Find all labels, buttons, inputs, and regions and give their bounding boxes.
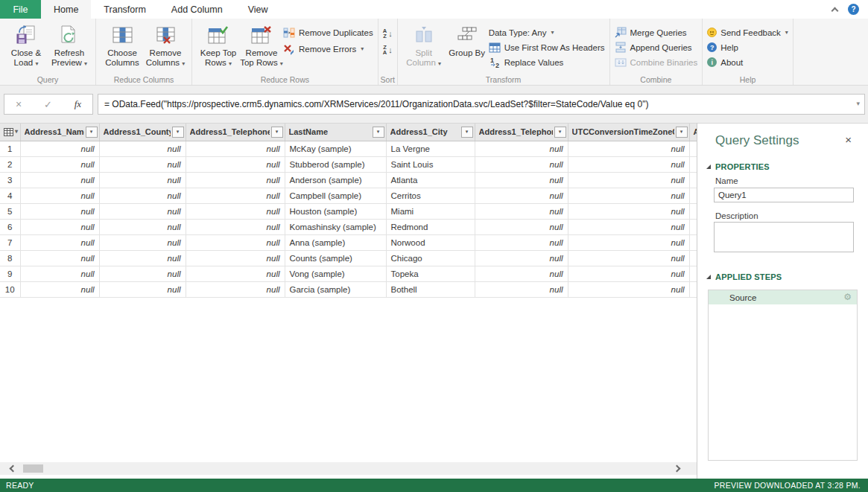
cell[interactable]: null <box>99 141 186 156</box>
applied-steps-section-header[interactable]: APPLIED STEPS <box>706 272 782 281</box>
horizontal-scrollbar[interactable] <box>0 462 697 475</box>
cell[interactable]: null <box>475 156 568 172</box>
cell[interactable]: Houston (sample) <box>285 203 386 219</box>
cell[interactable]: null <box>475 172 568 188</box>
row-number[interactable]: 1 <box>0 141 20 156</box>
cell[interactable]: Atlanta <box>386 172 475 188</box>
tab-home[interactable]: Home <box>41 0 91 19</box>
cell[interactable]: Chicago <box>386 250 475 266</box>
cell[interactable]: null <box>20 188 99 203</box>
scroll-left-icon[interactable] <box>10 465 17 473</box>
column-header-utcconversiontimezone[interactable]: UTCConversionTimeZoneC...▾ <box>568 124 689 141</box>
row-number[interactable]: 5 <box>0 203 20 219</box>
remove-columns-button[interactable]: Remove Columns ▾ <box>144 21 187 74</box>
close-panel-icon[interactable]: × <box>845 134 852 145</box>
row-number[interactable]: 2 <box>0 156 20 172</box>
cell[interactable]: Topeka <box>386 266 475 281</box>
column-header-partial[interactable]: A <box>689 124 697 141</box>
cell[interactable]: null <box>20 156 99 172</box>
column-header-address1-name[interactable]: Address1_Name▾ <box>20 124 99 141</box>
applied-step-item[interactable]: Source⚙ <box>709 290 857 304</box>
choose-columns-button[interactable]: Choose Columns <box>101 21 144 74</box>
cell[interactable]: null <box>568 156 689 172</box>
tab-view[interactable]: View <box>235 0 281 19</box>
cell[interactable]: Vong (sample) <box>285 266 386 281</box>
group-by-button[interactable]: Group By <box>446 21 489 74</box>
cell[interactable]: null <box>568 281 689 297</box>
cell[interactable]: null <box>475 203 568 219</box>
cell[interactable]: null <box>20 281 99 297</box>
cell[interactable]: null <box>186 203 285 219</box>
close-and-load-button[interactable]: Close & Load ▾ <box>4 21 48 74</box>
cell[interactable] <box>689 250 697 266</box>
cell[interactable] <box>689 234 697 250</box>
cell[interactable]: null <box>568 188 689 203</box>
refresh-preview-button[interactable]: Refresh Preview ▾ <box>48 21 91 74</box>
cell[interactable]: null <box>20 141 99 156</box>
scrollbar-thumb[interactable] <box>23 464 43 473</box>
row-number[interactable]: 9 <box>0 266 20 281</box>
gear-icon[interactable]: ⚙ <box>843 292 852 302</box>
description-input[interactable] <box>714 222 854 252</box>
cell[interactable]: Campbell (sample) <box>285 188 386 203</box>
column-header-address1-telephone1[interactable]: Address1_Telephone1▾ <box>475 124 568 141</box>
cell[interactable]: null <box>20 219 99 234</box>
tab-add-column[interactable]: Add Column <box>159 0 235 19</box>
cell[interactable]: null <box>568 172 689 188</box>
remove-top-rows-button[interactable]: Remove Top Rows ▾ <box>240 21 283 74</box>
filter-icon[interactable]: ▾ <box>676 127 688 138</box>
append-queries-button[interactable]: Append Queries <box>615 41 698 54</box>
tab-transform[interactable]: Transform <box>91 0 159 19</box>
cell[interactable]: Garcia (sample) <box>285 281 386 297</box>
data-type-button[interactable]: Data Type: Any ▾ <box>489 26 605 39</box>
column-header-address1-telephone2[interactable]: Address1_Telephone2▾ <box>186 124 285 141</box>
row-number[interactable]: 3 <box>0 172 20 188</box>
cell[interactable]: null <box>186 281 285 297</box>
filter-icon[interactable]: ▾ <box>373 127 384 138</box>
replace-values-button[interactable]: 1 2 Replace Values <box>489 56 605 68</box>
select-all-corner[interactable]: ▾ <box>0 124 20 141</box>
cell[interactable]: Counts (sample) <box>285 250 386 266</box>
sort-ascending-button[interactable]: AZ ↓ <box>383 26 393 40</box>
filter-icon[interactable]: ▾ <box>461 127 473 138</box>
scroll-right-icon[interactable] <box>674 465 681 473</box>
send-feedback-button[interactable]: Send Feedback ▾ <box>707 26 788 39</box>
filter-icon[interactable]: ▾ <box>86 127 98 138</box>
column-header-address1-city[interactable]: Address1_City▾ <box>386 124 475 141</box>
cell[interactable]: null <box>186 266 285 281</box>
cell[interactable]: null <box>186 250 285 266</box>
column-header-lastname[interactable]: LastName▾ <box>285 124 386 141</box>
commit-formula-icon[interactable]: ✓ <box>44 99 52 110</box>
cancel-formula-icon[interactable]: × <box>16 98 22 110</box>
cell[interactable]: null <box>186 156 285 172</box>
filter-icon[interactable]: ▾ <box>172 127 184 138</box>
cell[interactable]: null <box>568 234 689 250</box>
cell[interactable] <box>689 219 697 234</box>
cell[interactable] <box>689 188 697 203</box>
cell[interactable]: Cerritos <box>386 188 475 203</box>
cell[interactable]: Anna (sample) <box>285 234 386 250</box>
cell[interactable]: null <box>99 281 186 297</box>
cell[interactable]: null <box>186 172 285 188</box>
properties-section-header[interactable]: PROPERTIES <box>706 162 770 171</box>
row-number[interactable]: 10 <box>0 281 20 297</box>
cell[interactable]: null <box>20 203 99 219</box>
cell[interactable]: Redmond <box>386 219 475 234</box>
sort-descending-button[interactable]: ZA ↓ <box>383 42 393 57</box>
cell[interactable]: null <box>99 188 186 203</box>
cell[interactable] <box>689 156 697 172</box>
cell[interactable] <box>689 266 697 281</box>
cell[interactable]: null <box>99 219 186 234</box>
tab-file[interactable]: File <box>0 0 41 19</box>
cell[interactable]: null <box>20 266 99 281</box>
cell[interactable]: null <box>186 234 285 250</box>
filter-icon[interactable]: ▾ <box>554 127 566 138</box>
cell[interactable]: null <box>568 203 689 219</box>
help-button[interactable]: ? Help <box>707 41 788 54</box>
cell[interactable]: null <box>186 188 285 203</box>
cell[interactable]: null <box>99 234 186 250</box>
row-number[interactable]: 4 <box>0 188 20 203</box>
about-button[interactable]: i About <box>707 56 788 68</box>
cell[interactable]: La Vergne <box>386 141 475 156</box>
cell[interactable]: null <box>475 266 568 281</box>
